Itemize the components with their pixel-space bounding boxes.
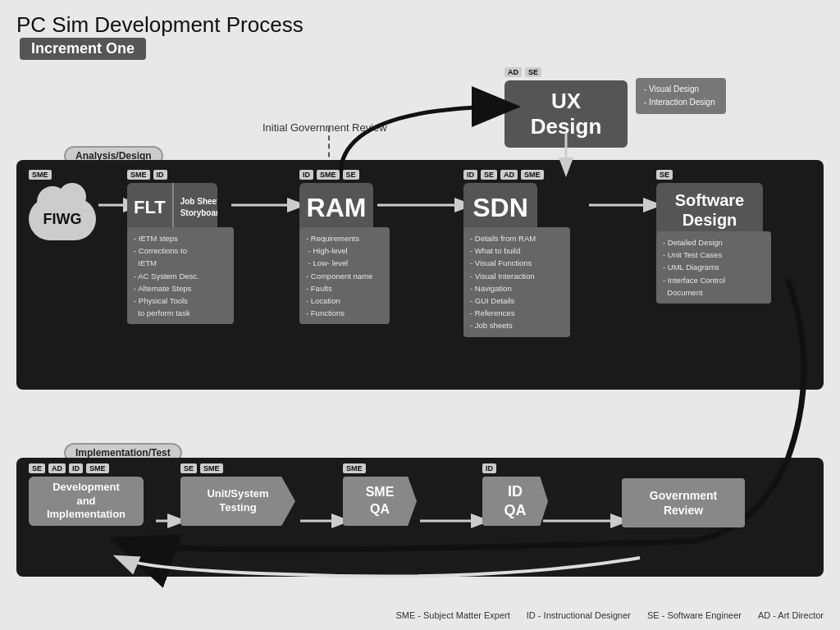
fiwg-label: FIWG xyxy=(29,198,96,240)
ust-role-se: SE xyxy=(180,463,197,473)
legend-id: ID - Instructional Designer xyxy=(527,610,631,620)
govreview-label: GovernmentReview xyxy=(622,478,745,527)
dev-role-ad: AD xyxy=(48,463,66,473)
ram-node: ID SME SE RAM - Requirements - High-leve… xyxy=(299,170,373,232)
gov-review-label: Initial Government Review xyxy=(262,121,387,134)
fiwg-role-sme: SME xyxy=(29,170,52,180)
flt-box: FLT Job Sheet Storyboards xyxy=(127,183,217,232)
flt-role-id: ID xyxy=(153,170,167,180)
ust-label: Unit/SystemTesting xyxy=(180,477,295,526)
idqa-label: IDQA xyxy=(482,477,548,526)
sdn-details: - Details from RAM - What to build - Vis… xyxy=(463,227,570,337)
smeqa-role-sme: SME xyxy=(343,463,366,473)
ux-node: AD SE UXDesign xyxy=(504,67,628,148)
flt-label: FLT xyxy=(127,183,174,232)
title-area: PC Sim Development Process Increment One xyxy=(16,12,304,60)
ram-details: - Requirements - High-level - Low- level… xyxy=(299,227,390,324)
sdn-role-sme: SME xyxy=(521,170,544,180)
sd-details: - Detailed Design - Unit Test Cases - UM… xyxy=(656,231,771,304)
ux-role-ad: AD xyxy=(504,67,522,77)
legend-se: SE - Software Engineer xyxy=(647,610,742,620)
ust-node: SE SME Unit/SystemTesting xyxy=(180,463,295,526)
dev-role-se: SE xyxy=(29,463,45,473)
flt-node: SME ID FLT Job Sheet Storyboards - IETM … xyxy=(127,170,217,232)
ux-roles: AD SE xyxy=(504,67,628,77)
main-title: PC Sim Development Process xyxy=(16,12,304,38)
flt-sub2: Storyboards xyxy=(180,208,217,219)
sdn-role-ad: AD xyxy=(500,170,518,180)
sdn-label: SDN xyxy=(463,183,537,232)
sdn-node: ID SE AD SME SDN - Details from RAM - Wh… xyxy=(463,170,546,232)
ux-role-se: SE xyxy=(525,67,541,77)
smeqa-label: SMEQA xyxy=(343,477,417,526)
ram-label: RAM xyxy=(299,183,373,232)
ust-role-sme: SME xyxy=(200,463,223,473)
ux-detail: - Visual Design- Interaction Design xyxy=(636,78,726,114)
ram-role-se: SE xyxy=(343,170,359,180)
ux-box-label: UXDesign xyxy=(504,80,628,148)
sd-node: SE SoftwareDesign - Detailed Design - Un… xyxy=(656,170,763,236)
govreview-node: GovernmentReview xyxy=(622,463,745,527)
sd-label: SoftwareDesign xyxy=(656,183,763,236)
fiwg-node: SME FIWG xyxy=(29,170,96,240)
idqa-node: ID IDQA xyxy=(482,463,548,526)
flt-sub1: Job Sheet xyxy=(180,196,217,208)
dev-role-sme: SME xyxy=(86,463,109,473)
smeqa-node: SME SMEQA xyxy=(343,463,417,526)
sdn-role-se: SE xyxy=(481,170,497,180)
dev-node: SE AD ID SME DevelopmentandImplementatio… xyxy=(29,463,144,526)
sd-role-se: SE xyxy=(656,170,673,180)
dev-role-id: ID xyxy=(69,463,83,473)
idqa-role-id: ID xyxy=(482,463,496,473)
ram-role-id: ID xyxy=(299,170,313,180)
legend: SME - Subject Matter Expert ID - Instruc… xyxy=(395,610,824,620)
increment-badge: Increment One xyxy=(20,38,146,60)
legend-sme: SME - Subject Matter Expert xyxy=(395,610,509,620)
sdn-role-id: ID xyxy=(463,170,477,180)
flt-details: - IETM steps - Corrections to IETM - AC … xyxy=(127,227,234,324)
page: PC Sim Development Process Increment One… xyxy=(0,0,840,630)
legend-ad: AD - Art Director xyxy=(758,610,824,620)
flt-sub: Job Sheet Storyboards xyxy=(174,183,217,232)
ram-role-sme: SME xyxy=(317,170,340,180)
dev-label: DevelopmentandImplementation xyxy=(29,477,144,526)
flt-role-sme: SME xyxy=(127,170,150,180)
